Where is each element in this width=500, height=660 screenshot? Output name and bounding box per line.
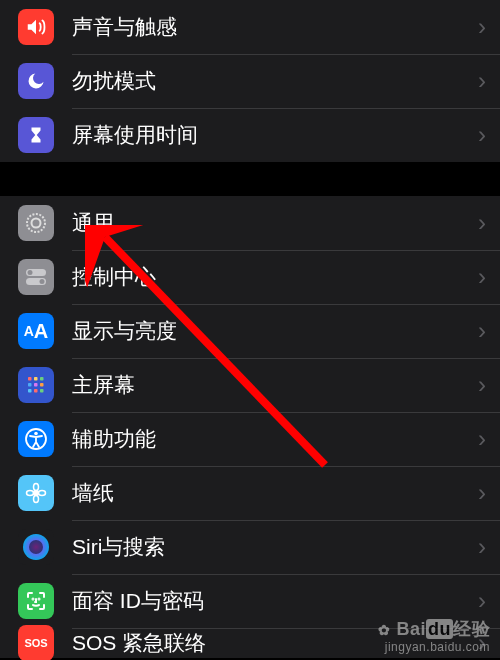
chevron-right-icon: › [478,533,486,561]
svg-point-23 [29,540,43,554]
row-siri[interactable]: Siri与搜索 › [0,520,500,574]
apps-grid-icon [18,367,54,403]
watermark-suffix: 经验 [453,619,490,639]
svg-rect-13 [34,389,38,393]
moon-icon [18,63,54,99]
watermark-du: du [426,619,453,639]
accessibility-icon [18,421,54,457]
chevron-right-icon: › [478,13,486,41]
faceid-icon [18,583,54,619]
row-label: 通用 [72,209,478,237]
row-label: 墙纸 [72,479,478,507]
svg-rect-7 [34,377,38,381]
sound-icon [18,9,54,45]
flower-icon [18,475,54,511]
row-label: 控制中心 [72,263,478,291]
chevron-right-icon: › [478,371,486,399]
text-size-icon: AA [18,313,54,349]
row-label: Siri与搜索 [72,533,478,561]
chevron-right-icon: › [478,587,486,615]
svg-point-5 [40,279,45,284]
svg-point-20 [27,491,34,496]
gear-icon [18,205,54,241]
siri-icon [18,529,54,565]
svg-rect-6 [28,377,32,381]
watermark-url: jingyan.baidu.com [378,640,490,654]
row-screentime[interactable]: 屏幕使用时间 › [0,108,500,162]
row-label: 声音与触感 [72,13,478,41]
svg-rect-10 [34,383,38,387]
svg-point-21 [39,491,46,496]
watermark: ✿ Baidu经验 jingyan.baidu.com [378,617,490,654]
svg-point-0 [27,214,45,232]
chevron-right-icon: › [478,425,486,453]
row-controlcenter[interactable]: 控制中心 › [0,250,500,304]
row-sounds[interactable]: 声音与触感 › [0,0,500,54]
svg-point-16 [34,432,38,436]
chevron-right-icon: › [478,263,486,291]
row-label: 主屏幕 [72,371,478,399]
svg-point-1 [32,219,41,228]
row-label: 屏幕使用时间 [72,121,478,149]
row-label: 显示与亮度 [72,317,478,345]
settings-group: 通用 › 控制中心 › AA 显示与亮度 › [0,196,500,658]
svg-rect-11 [40,383,44,387]
sos-icon: SOS [18,625,54,660]
svg-rect-9 [28,383,32,387]
row-display[interactable]: AA 显示与亮度 › [0,304,500,358]
row-label: 辅助功能 [72,425,478,453]
svg-rect-8 [40,377,44,381]
chevron-right-icon: › [478,67,486,95]
row-label: 勿扰模式 [72,67,478,95]
hourglass-icon [18,117,54,153]
svg-rect-14 [40,389,44,393]
svg-point-24 [33,599,34,600]
svg-point-25 [39,599,40,600]
settings-list: 声音与触感 › 勿扰模式 › 屏幕使用时间 › 通用 › [0,0,500,658]
chevron-right-icon: › [478,317,486,345]
svg-rect-12 [28,389,32,393]
row-label: 面容 ID与密码 [72,587,478,615]
row-dnd[interactable]: 勿扰模式 › [0,54,500,108]
row-wallpaper[interactable]: 墙纸 › [0,466,500,520]
switches-icon [18,259,54,295]
svg-point-19 [34,496,39,503]
chevron-right-icon: › [478,209,486,237]
row-accessibility[interactable]: 辅助功能 › [0,412,500,466]
settings-group: 声音与触感 › 勿扰模式 › 屏幕使用时间 › [0,0,500,162]
chevron-right-icon: › [478,479,486,507]
svg-point-18 [34,484,39,491]
chevron-right-icon: › [478,121,486,149]
row-homescreen[interactable]: 主屏幕 › [0,358,500,412]
watermark-brand: Bai [396,619,426,639]
row-general[interactable]: 通用 › [0,196,500,250]
svg-point-3 [28,270,33,275]
